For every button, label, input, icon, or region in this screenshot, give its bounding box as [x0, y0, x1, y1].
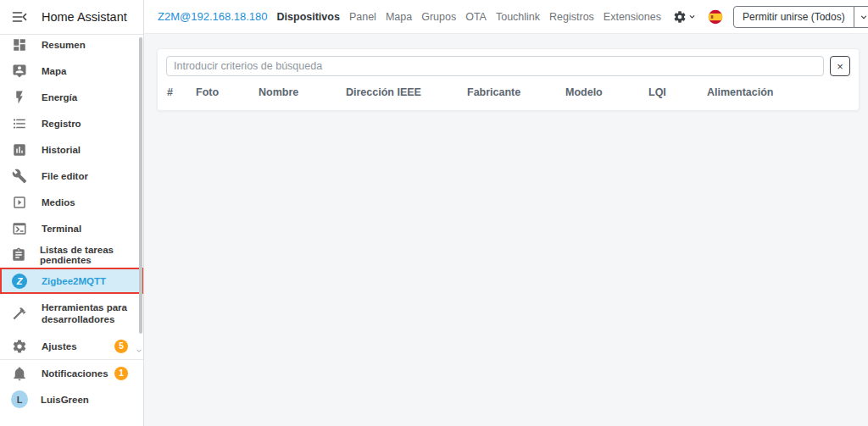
sidebar-nav: Resumen Mapa Energía Registro Historial …: [0, 31, 143, 412]
app-title: Home Assistant: [42, 10, 127, 24]
user-name: LuisGreen: [41, 395, 89, 405]
devices-page: × # Foto Nombre Dirección IEEE Fabricant…: [144, 34, 868, 426]
settings-dropdown[interactable]: [673, 10, 696, 24]
clipboard-list-icon: [11, 246, 26, 263]
nav-tab-panel[interactable]: Panel: [349, 11, 376, 23]
map-account-icon: [11, 63, 28, 80]
devices-card: × # Foto Nombre Dirección IEEE Fabricant…: [157, 48, 860, 111]
sidebar-item-ajustes[interactable]: Ajustes 5: [0, 333, 143, 359]
nav-tab-touchlink[interactable]: Touchlink: [496, 11, 540, 23]
nav-tab-dispositivos[interactable]: Dispositivos: [277, 11, 340, 23]
col-header-fabricante: Fabricante: [467, 86, 565, 98]
nav-tab-ota[interactable]: OTA: [465, 11, 487, 23]
sidebar-item-listas-tareas[interactable]: Listas de tareas pendientes: [0, 241, 143, 268]
dashboard-icon: [11, 36, 28, 53]
hammer-icon: [11, 305, 28, 322]
nav-tab-grupos[interactable]: Grupos: [421, 11, 456, 23]
sidebar-item-historial[interactable]: Historial: [0, 136, 143, 163]
sidebar-toggle-icon[interactable]: [11, 8, 28, 25]
clear-search-button[interactable]: ×: [830, 56, 850, 76]
sidebar-item-file-editor[interactable]: File editor: [0, 163, 143, 189]
chevron-down-icon[interactable]: [136, 342, 142, 357]
chevron-down-icon: [688, 13, 696, 20]
app-window: Home Assistant Resumen Mapa Energía Regi…: [0, 0, 868, 426]
z2m-brand-link[interactable]: Z2M@192.168.18.180: [158, 10, 268, 23]
notifications-badge: 1: [114, 367, 128, 380]
col-header-alimentacion: Alimentación: [707, 86, 859, 98]
search-input[interactable]: [166, 56, 824, 76]
sidebar-header: Home Assistant: [0, 0, 143, 35]
col-header-lqi: LQI: [648, 86, 707, 98]
bell-icon: [11, 365, 28, 382]
zigbee2mqtt-panel: Z2M@192.168.18.180 Dispositivos Panel Ma…: [144, 0, 868, 426]
col-header-nombre: Nombre: [259, 86, 346, 98]
language-flag-icon[interactable]: [708, 9, 723, 25]
sidebar-item-registro[interactable]: Registro: [0, 110, 143, 136]
nav-tab-mapa[interactable]: Mapa: [386, 11, 412, 23]
sidebar-item-resumen[interactable]: Resumen: [0, 31, 143, 58]
z2m-navbar: Z2M@192.168.18.180 Dispositivos Panel Ma…: [144, 0, 868, 34]
settings-badge: 5: [114, 340, 128, 353]
sidebar-item-herramientas-desarrolladores[interactable]: Herramientas para desarrolladores: [0, 294, 143, 333]
sidebar-item-notificaciones[interactable]: Notificaciones 1: [0, 360, 143, 386]
permit-join-caret-button[interactable]: [854, 6, 868, 28]
chart-box-icon: [11, 141, 28, 158]
permit-join-button[interactable]: Permitir unirse (Todos): [733, 6, 854, 28]
sidebar-item-zigbee2mqtt[interactable]: Z Zigbee2MQTT: [0, 268, 143, 294]
permit-join-group: Permitir unirse (Todos): [733, 6, 868, 28]
sidebar-item-medios[interactable]: Medios: [0, 189, 143, 215]
sidebar-item-energia[interactable]: Energía: [0, 84, 143, 110]
col-header-foto: Foto: [196, 86, 259, 98]
avatar: L: [11, 391, 28, 408]
terminal-icon: [11, 220, 28, 237]
nav-tab-registros[interactable]: Registros: [549, 11, 594, 23]
col-header-modelo: Modelo: [565, 86, 648, 98]
media-play-box-icon: [11, 194, 28, 211]
wrench-icon: [11, 168, 28, 185]
tools-label-line2: desarrolladores: [42, 314, 114, 324]
lightning-bolt-icon: [11, 89, 28, 106]
list-icon: [11, 115, 28, 132]
sidebar: Home Assistant Resumen Mapa Energía Regi…: [0, 0, 144, 426]
tools-label-line1: Herramientas para: [42, 302, 127, 313]
search-row: ×: [158, 49, 859, 76]
chevron-down-icon: [860, 13, 868, 21]
nav-tab-extensiones[interactable]: Extensiones: [604, 11, 661, 23]
gear-icon: [11, 338, 28, 355]
sidebar-item-user[interactable]: L LuisGreen: [0, 386, 143, 412]
devices-table-header: # Foto Nombre Dirección IEEE Fabricante …: [158, 76, 859, 110]
col-header-index: #: [167, 86, 196, 98]
col-header-direccion-ieee: Dirección IEEE: [346, 86, 467, 98]
gear-icon: [673, 10, 687, 24]
zigbee2mqtt-icon: Z: [11, 273, 28, 290]
sidebar-scrollbar[interactable]: [139, 37, 142, 334]
sidebar-item-mapa[interactable]: Mapa: [0, 58, 143, 84]
sidebar-item-terminal[interactable]: Terminal: [0, 215, 143, 241]
